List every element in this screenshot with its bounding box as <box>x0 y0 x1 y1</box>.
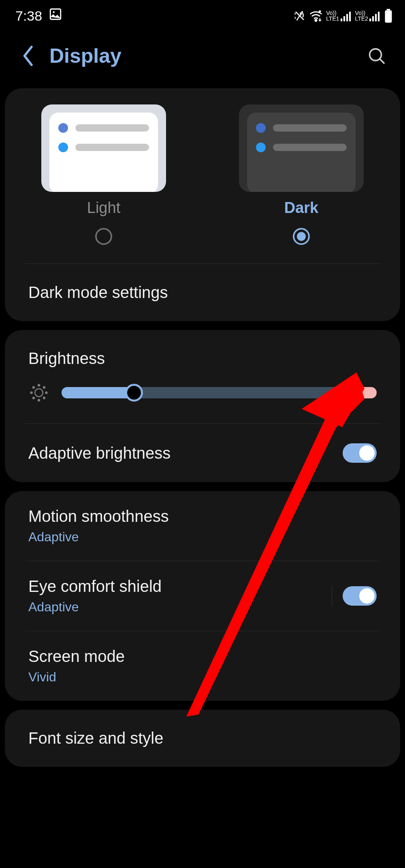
svg-rect-4 <box>343 16 345 21</box>
battery-icon <box>384 9 393 23</box>
svg-point-14 <box>35 389 43 397</box>
light-preview <box>41 104 166 192</box>
svg-point-13 <box>370 49 382 61</box>
dark-mode-settings-label: Dark mode settings <box>28 283 168 302</box>
svg-rect-12 <box>385 10 392 23</box>
sim2-indicator: Vo))LTE2 <box>355 10 381 21</box>
motion-smoothness-item[interactable]: Motion smoothness Adaptive <box>5 491 400 561</box>
svg-point-18 <box>45 392 47 394</box>
screen-mode-item[interactable]: Screen mode Vivid <box>5 631 400 701</box>
svg-rect-3 <box>341 19 342 21</box>
vibrate-icon <box>294 10 306 22</box>
svg-rect-7 <box>369 19 371 21</box>
eye-comfort-item[interactable]: Eye comfort shield Adaptive <box>5 561 400 631</box>
search-button[interactable] <box>364 44 389 68</box>
status-time: 7:38 <box>15 8 42 24</box>
dark-radio[interactable] <box>293 228 310 245</box>
svg-rect-6 <box>349 12 351 21</box>
brightness-card: Brightness <box>5 330 400 482</box>
dark-label: Dark <box>284 199 319 217</box>
dark-mode-settings-item[interactable]: Dark mode settings <box>5 264 400 321</box>
screen-mode-title: Screen mode <box>28 647 125 666</box>
adaptive-brightness-label: Adaptive brightness <box>28 444 171 462</box>
font-card: Font size and style <box>5 710 400 767</box>
font-title: Font size and style <box>28 729 164 747</box>
light-radio[interactable] <box>95 228 112 245</box>
svg-point-22 <box>43 397 45 399</box>
eye-comfort-toggle[interactable] <box>343 586 377 606</box>
sim1-indicator: Vo))LTE1 <box>326 10 352 21</box>
motion-sub: Adaptive <box>28 530 169 545</box>
svg-point-19 <box>33 387 34 388</box>
svg-rect-11 <box>387 9 390 10</box>
page-title: Display <box>49 44 122 68</box>
svg-point-15 <box>38 385 40 386</box>
motion-title: Motion smoothness <box>28 507 169 525</box>
display-options-card: Motion smoothness Adaptive Eye comfort s… <box>5 491 400 701</box>
svg-point-2 <box>315 19 317 21</box>
adaptive-brightness-item[interactable]: Adaptive brightness <box>5 424 400 482</box>
theme-option-light[interactable]: Light <box>5 104 202 251</box>
svg-point-16 <box>38 399 40 401</box>
gallery-icon <box>49 7 62 24</box>
svg-point-17 <box>31 392 32 394</box>
svg-rect-5 <box>346 14 348 21</box>
svg-rect-10 <box>378 12 379 21</box>
wifi-icon <box>309 10 323 22</box>
dark-preview <box>239 104 364 192</box>
screen-mode-sub: Vivid <box>28 670 125 685</box>
back-button[interactable] <box>16 44 40 68</box>
font-item[interactable]: Font size and style <box>5 710 400 767</box>
adaptive-brightness-toggle[interactable] <box>343 443 377 463</box>
svg-rect-9 <box>375 14 377 21</box>
svg-rect-8 <box>372 16 374 21</box>
theme-option-dark[interactable]: Dark <box>202 104 400 251</box>
theme-card: Light Dark Dark mode settings <box>5 88 400 321</box>
brightness-slider[interactable] <box>62 387 377 398</box>
brightness-icon <box>28 382 49 403</box>
slider-thumb[interactable] <box>125 384 143 402</box>
svg-point-1 <box>53 11 55 13</box>
page-header: Display <box>0 32 405 88</box>
status-bar: 7:38 <box>0 0 405 32</box>
brightness-title: Brightness <box>28 349 105 368</box>
svg-point-21 <box>33 397 34 399</box>
svg-point-20 <box>43 387 45 388</box>
eye-sub: Adaptive <box>28 600 162 615</box>
slider-warning-zone <box>340 387 377 398</box>
light-label: Light <box>87 199 120 217</box>
eye-title: Eye comfort shield <box>28 577 162 596</box>
